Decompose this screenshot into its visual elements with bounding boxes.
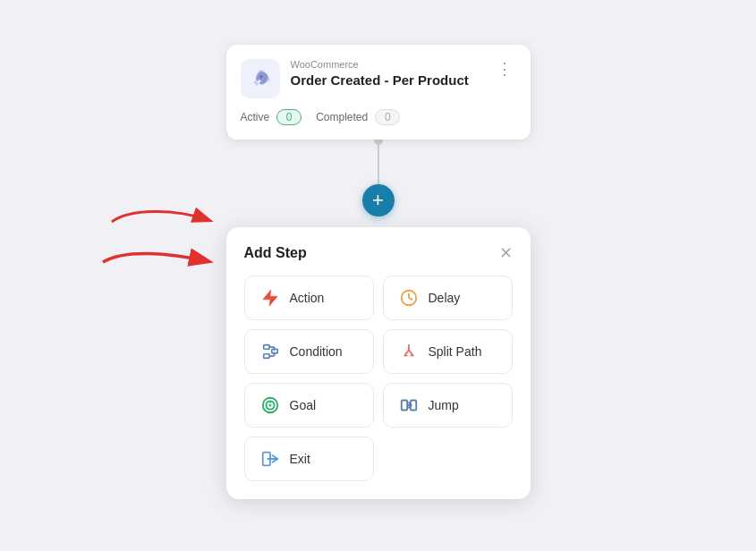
active-label: Active <box>241 111 270 123</box>
trigger-source: WooCommerce <box>291 59 482 70</box>
svg-point-14 <box>268 404 271 407</box>
arrow-to-add-button <box>103 204 219 243</box>
split-path-icon <box>396 339 421 364</box>
svg-marker-3 <box>262 290 277 306</box>
add-step-popup: Add Step ✕ Action <box>226 227 531 499</box>
connector-line <box>378 140 379 184</box>
trigger-title: Order Created - Per Product <box>291 72 482 89</box>
popup-close-button[interactable]: ✕ <box>499 245 513 261</box>
action-icon <box>258 285 283 310</box>
step-button-delay[interactable]: Delay <box>383 276 513 320</box>
goal-icon <box>258 393 283 418</box>
jump-icon <box>396 393 421 418</box>
svg-rect-15 <box>401 401 406 411</box>
trigger-card: WooCommerce Order Created - Per Product … <box>226 45 531 140</box>
step-button-action[interactable]: Action <box>244 276 374 320</box>
trigger-text-block: WooCommerce Order Created - Per Product <box>291 59 482 89</box>
completed-badge: 0 <box>375 109 400 125</box>
condition-label: Condition <box>290 344 343 359</box>
rocket-icon <box>250 68 271 89</box>
completed-label: Completed <box>316 111 368 123</box>
jump-label: Jump <box>429 398 459 412</box>
delay-label: Delay <box>429 291 461 305</box>
step-button-exit[interactable]: Exit <box>244 437 374 481</box>
step-button-jump[interactable]: Jump <box>383 383 513 428</box>
active-badge: 0 <box>276 109 302 125</box>
step-button-split-path[interactable]: Split Path <box>383 329 513 374</box>
split-path-label: Split Path <box>429 344 482 359</box>
add-icon: + <box>372 191 384 210</box>
arrow-to-action-button <box>89 240 224 288</box>
trigger-menu-button[interactable]: ⋮ <box>493 59 516 79</box>
popup-title: Add Step <box>244 245 307 261</box>
exit-icon <box>258 446 283 471</box>
canvas: WooCommerce Order Created - Per Product … <box>0 0 756 551</box>
exit-label: Exit <box>290 452 310 466</box>
add-step-button[interactable]: + <box>362 184 395 216</box>
svg-rect-6 <box>263 354 268 359</box>
action-label: Action <box>290 291 325 305</box>
trigger-footer: Active 0 Completed 0 <box>241 109 516 125</box>
condition-icon <box>258 339 283 364</box>
goal-label: Goal <box>290 398 317 412</box>
svg-point-1 <box>259 75 261 77</box>
popup-header: Add Step ✕ <box>244 245 513 261</box>
step-grid: Action Delay <box>244 276 513 481</box>
svg-rect-5 <box>263 345 268 350</box>
trigger-icon <box>241 59 280 98</box>
step-button-condition[interactable]: Condition <box>244 329 374 374</box>
delay-icon <box>396 285 421 310</box>
step-button-goal[interactable]: Goal <box>244 383 374 428</box>
